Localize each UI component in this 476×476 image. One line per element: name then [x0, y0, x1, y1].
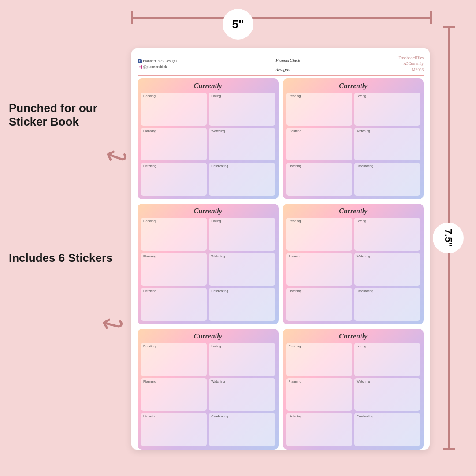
- punched-text: Punched for our Sticker Book: [9, 101, 115, 129]
- field-loving-1: Loving: [209, 93, 275, 126]
- field-watching-2: Watching: [354, 128, 420, 161]
- field-loving-4: Loving: [354, 218, 420, 251]
- field-watching-3: Watching: [209, 253, 275, 286]
- instagram-icon: ◎: [138, 65, 142, 69]
- facebook-icon: f: [138, 59, 142, 63]
- field-reading-1: Reading: [141, 93, 207, 126]
- sticker-1-title: Currently: [141, 82, 275, 90]
- field-loving-3: Loving: [209, 218, 275, 251]
- field-listening-5: Listening: [141, 413, 207, 446]
- field-reading-3: Reading: [141, 218, 207, 251]
- field-planning-4: Planning: [286, 253, 352, 286]
- sticker-6-fields: Reading Loving Planning Watching Listeni…: [286, 343, 420, 446]
- field-loving-5: Loving: [209, 343, 275, 376]
- field-celebrating-6: Celebrating: [354, 413, 420, 446]
- sheet-header: fPlannerChickDesigns ◎@plannerchick Plan…: [138, 55, 424, 76]
- sticker-4: Currently Reading Loving Planning Watchi…: [283, 204, 424, 324]
- arrow-top-icon: ↩: [101, 138, 132, 175]
- sticker-grid: Currently Reading Loving Planning Watchi…: [138, 78, 424, 450]
- field-loving-6: Loving: [354, 343, 420, 376]
- sticker-2: Currently Reading Loving Planning Watchi…: [283, 78, 424, 199]
- brand-logo: PlannerChickdesigns: [275, 55, 300, 73]
- field-loving-2: Loving: [354, 93, 420, 126]
- field-planning-3: Planning: [141, 253, 207, 286]
- sticker-3-fields: Reading Loving Planning Watching Listeni…: [141, 218, 275, 321]
- product-info: DashboardTiles A5Currently MS036: [398, 55, 424, 73]
- field-celebrating-1: Celebrating: [209, 163, 275, 196]
- field-planning-6: Planning: [286, 378, 352, 411]
- field-planning-5: Planning: [141, 378, 207, 411]
- sticker-3-title: Currently: [141, 207, 275, 215]
- width-measurement-line: [131, 17, 432, 19]
- field-reading-2: Reading: [286, 93, 352, 126]
- sticker-1-fields: Reading Loving Planning Watching Listeni…: [141, 93, 275, 196]
- sticker-3: Currently Reading Loving Planning Watchi…: [138, 204, 279, 324]
- sticker-4-fields: Reading Loving Planning Watching Listeni…: [286, 218, 420, 321]
- height-label: 7.5": [433, 223, 464, 253]
- field-listening-4: Listening: [286, 288, 352, 321]
- field-planning-1: Planning: [141, 128, 207, 161]
- field-reading-5: Reading: [141, 343, 207, 376]
- sticker-1: Currently Reading Loving Planning Watchi…: [138, 78, 279, 199]
- sticker-6-title: Currently: [286, 332, 420, 340]
- sticker-5-fields: Reading Loving Planning Watching Listeni…: [141, 343, 275, 446]
- field-watching-5: Watching: [209, 378, 275, 411]
- field-celebrating-3: Celebrating: [209, 288, 275, 321]
- sticker-4-title: Currently: [286, 207, 420, 215]
- field-celebrating-5: Celebrating: [209, 413, 275, 446]
- header-social: fPlannerChickDesigns ◎@plannerchick: [138, 58, 177, 70]
- sticker-6: Currently Reading Loving Planning Watchi…: [283, 329, 424, 450]
- field-watching-1: Watching: [209, 128, 275, 161]
- sticker-5: Currently Reading Loving Planning Watchi…: [138, 329, 279, 450]
- field-watching-4: Watching: [354, 253, 420, 286]
- field-celebrating-2: Celebrating: [354, 163, 420, 196]
- width-label: 5": [223, 9, 253, 40]
- field-celebrating-4: Celebrating: [354, 288, 420, 321]
- field-listening-3: Listening: [141, 288, 207, 321]
- includes-text: Includes 6 Stickers: [9, 251, 115, 265]
- sticker-2-title: Currently: [286, 82, 420, 90]
- field-reading-6: Reading: [286, 343, 352, 376]
- field-watching-6: Watching: [354, 378, 420, 411]
- field-listening-2: Listening: [286, 163, 352, 196]
- arrow-bottom-icon: ↩: [98, 306, 127, 342]
- sticker-5-title: Currently: [141, 332, 275, 340]
- field-listening-6: Listening: [286, 413, 352, 446]
- field-planning-2: Planning: [286, 128, 352, 161]
- field-listening-1: Listening: [141, 163, 207, 196]
- sticker-2-fields: Reading Loving Planning Watching Listeni…: [286, 93, 420, 196]
- field-reading-4: Reading: [286, 218, 352, 251]
- sticker-sheet: fPlannerChickDesigns ◎@plannerchick Plan…: [131, 48, 430, 450]
